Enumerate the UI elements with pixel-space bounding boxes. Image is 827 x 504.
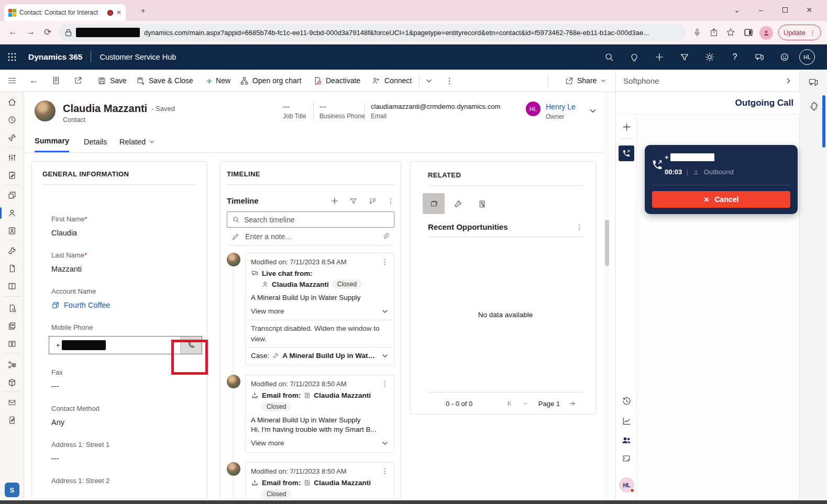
- entry-kebab-icon[interactable]: ⋮: [381, 257, 389, 266]
- note-input[interactable]: [245, 232, 377, 241]
- entry-person[interactable]: Claudia Mazzanti: [272, 281, 329, 288]
- entry-kebab-icon[interactable]: ⋮: [381, 379, 389, 388]
- forward-icon[interactable]: →: [26, 27, 35, 37]
- entry-kebab-icon[interactable]: ⋮: [381, 467, 389, 475]
- entry-case-row[interactable]: Case: A Mineral Build Up in Water S...: [246, 348, 394, 362]
- window-close-button[interactable]: ✕: [801, 3, 817, 17]
- entry-subject[interactable]: A Mineral Build Up in Water Supply: [251, 294, 389, 301]
- connections-icon[interactable]: [0, 357, 24, 373]
- timeline-search-input[interactable]: [244, 216, 389, 224]
- feedback-chat-icon[interactable]: [754, 51, 765, 63]
- browser-tab[interactable]: Contact: Contact for Interact ✕: [4, 4, 126, 21]
- analytics-chart-icon[interactable]: [616, 413, 637, 428]
- dynamics-brand[interactable]: Dynamics 365: [28, 52, 82, 62]
- panel-scrollbar-thumb[interactable]: [822, 95, 825, 148]
- browser-profile-avatar[interactable]: [759, 26, 773, 40]
- quick-create-plus-icon[interactable]: [654, 51, 665, 63]
- popout-icon[interactable]: [73, 70, 83, 92]
- timeline-kebab-icon[interactable]: ⋮: [387, 197, 394, 205]
- share-page-icon[interactable]: [709, 28, 719, 37]
- waffle-menu-icon[interactable]: [7, 52, 17, 62]
- back-icon[interactable]: ←: [8, 27, 17, 37]
- email-templates-icon[interactable]: [0, 395, 24, 410]
- timeline-filter-icon[interactable]: [349, 197, 358, 205]
- new-tab-button[interactable]: ＋: [135, 4, 151, 18]
- agent-presence-avatar[interactable]: HL: [619, 477, 634, 492]
- tab-search-chevron-icon[interactable]: ⌄: [729, 3, 745, 17]
- home-icon[interactable]: [0, 94, 24, 110]
- related-tab-entitlements[interactable]: [471, 193, 493, 214]
- lightbulb-icon[interactable]: [628, 51, 640, 63]
- entry-body[interactable]: Modified on: 7/11/2023 8:50 AM ⋮ Email f…: [245, 375, 394, 453]
- contacts-icon-selected[interactable]: [0, 205, 24, 221]
- owner-avatar[interactable]: HL: [526, 102, 541, 116]
- back-button[interactable]: ←: [29, 70, 38, 92]
- scrollbar-thumb[interactable]: [605, 220, 609, 266]
- related-kebab-icon[interactable]: ⋮: [576, 223, 583, 231]
- history-icon[interactable]: [616, 394, 637, 408]
- help-icon[interactable]: ?: [729, 51, 741, 63]
- collapse-panel-chevron-icon[interactable]: [785, 77, 792, 85]
- owner-name-link[interactable]: Henry Le: [546, 103, 576, 111]
- enter-note-row[interactable]: [227, 228, 394, 245]
- cancel-call-button[interactable]: ✕ Cancel: [652, 191, 790, 208]
- add-session-plus-icon[interactable]: [616, 119, 637, 134]
- microphone-icon[interactable]: [692, 28, 702, 37]
- main-scrollbar[interactable]: [604, 92, 610, 500]
- articles-icon[interactable]: [0, 318, 24, 334]
- app-name[interactable]: Customer Service Hub: [100, 53, 176, 61]
- view-more-link[interactable]: View more: [251, 307, 381, 315]
- settings-gear-icon[interactable]: [704, 51, 715, 63]
- entry-body[interactable]: Modified on: 7/11/2023 8:54 AM ⋮ Live ch…: [245, 253, 394, 365]
- fax-value[interactable]: ---: [51, 382, 196, 390]
- new-button[interactable]: +New: [206, 70, 230, 92]
- drafts-icon[interactable]: [0, 412, 24, 428]
- filter-icon[interactable]: [679, 51, 690, 63]
- tab-summary[interactable]: Summary: [35, 131, 69, 152]
- entry-subject[interactable]: A Mineral Build Up in Water Supply: [251, 416, 389, 424]
- open-org-chart-button[interactable]: Open org chart: [240, 70, 301, 92]
- deactivate-button[interactable]: Deactivate: [313, 70, 360, 92]
- tab-related[interactable]: Related: [119, 131, 155, 153]
- timeline-sort-icon[interactable]: [368, 197, 377, 205]
- favorite-star-icon[interactable]: [726, 28, 735, 37]
- update-menu-kebab-icon[interactable]: ⋮: [809, 29, 816, 37]
- accounts-icon[interactable]: [0, 187, 24, 203]
- tab-details[interactable]: Details: [84, 131, 107, 153]
- social-profiles-icon[interactable]: [0, 223, 24, 239]
- split-screen-icon[interactable]: [744, 28, 753, 37]
- conversations-chat-icon[interactable]: [808, 77, 819, 89]
- browser-update-button[interactable]: Update ⋮: [778, 25, 821, 40]
- knowledge-book-icon[interactable]: [0, 278, 24, 294]
- window-maximize-button[interactable]: [777, 3, 793, 17]
- products-icon[interactable]: [0, 375, 24, 390]
- email-value[interactable]: claudiamazzanti@crmdemo.dynamics.com: [371, 103, 500, 110]
- account-name-link[interactable]: Fourth Coffee: [64, 301, 110, 309]
- activities-icon[interactable]: [0, 167, 24, 183]
- first-page-icon[interactable]: [506, 400, 513, 407]
- view-more-link[interactable]: View more: [251, 439, 381, 447]
- share-button[interactable]: Share: [565, 70, 607, 92]
- timeline-search-box[interactable]: [227, 211, 394, 228]
- chevron-down-icon[interactable]: [381, 352, 389, 360]
- reload-icon[interactable]: ⟳: [44, 27, 51, 38]
- header-collapse-chevron-icon[interactable]: [589, 107, 597, 115]
- related-tab-opportunities[interactable]: [423, 193, 445, 214]
- previous-page-icon[interactable]: [522, 399, 530, 408]
- recent-icon[interactable]: [0, 112, 24, 128]
- chevron-down-icon[interactable]: [381, 308, 389, 315]
- contact-photo[interactable]: [35, 100, 56, 121]
- dashboards-icon[interactable]: [0, 150, 24, 165]
- entry-person[interactable]: Claudia Mazzanti: [314, 479, 371, 487]
- queues-icon[interactable]: [0, 261, 24, 276]
- plugin-puzzle-icon[interactable]: [809, 101, 819, 113]
- save-button[interactable]: Save: [97, 70, 127, 92]
- pinned-icon[interactable]: [0, 130, 24, 145]
- address-bar[interactable]: dynamics.com/main.aspx?appid=6685b74b-fc…: [59, 24, 686, 41]
- site-map-hamburger-icon[interactable]: [7, 70, 17, 92]
- active-call-tab[interactable]: [619, 145, 634, 161]
- first-name-value[interactable]: Claudia: [51, 229, 196, 237]
- entry-body[interactable]: Modified on: 7/11/2023 8:50 AM ⋮ Email f…: [245, 462, 394, 499]
- tab-close-icon[interactable]: ✕: [116, 9, 122, 16]
- service-app-badge[interactable]: S: [5, 483, 19, 497]
